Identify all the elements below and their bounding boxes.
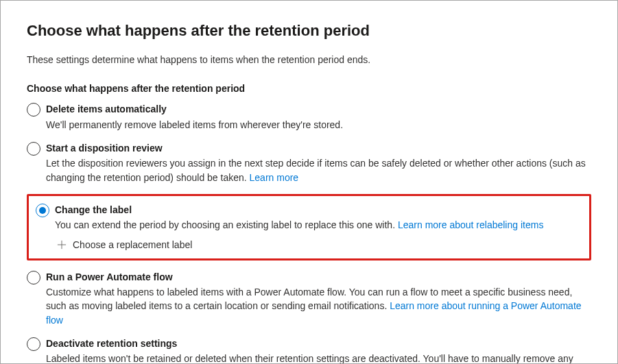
- option-change-desc-text: You can extend the period by choosing an…: [55, 219, 398, 230]
- option-delete-title: Delete items automatically: [46, 102, 591, 116]
- radio-start-disposition-review[interactable]: [27, 142, 40, 156]
- choose-replacement-label-button[interactable]: Choose a replacement label: [56, 238, 582, 252]
- plus-icon: [56, 239, 67, 250]
- radio-run-power-automate-flow[interactable]: [27, 271, 40, 284]
- option-change-desc: You can extend the period by choosing an…: [55, 218, 582, 232]
- choose-replacement-label-text: Choose a replacement label: [73, 238, 192, 252]
- learn-more-relabeling-link[interactable]: Learn more about relabeling items: [398, 219, 543, 230]
- option-disposition-title: Start a disposition review: [46, 141, 591, 155]
- section-label: Choose what happens after the retention …: [27, 82, 591, 95]
- option-deactivate-desc: Labeled items won't be retained or delet…: [46, 352, 591, 364]
- option-flow-desc: Customize what happens to labeled items …: [46, 285, 591, 327]
- radio-deactivate-retention-settings[interactable]: [27, 337, 40, 351]
- radio-change-the-label[interactable]: [36, 204, 49, 217]
- learn-more-disposition-link[interactable]: Learn more: [250, 172, 299, 183]
- page-lead: These settings determine what happens to…: [27, 53, 591, 66]
- option-delete-desc: We'll permanently remove labeled items f…: [46, 118, 591, 132]
- option-disposition-desc: Let the disposition reviewers you assign…: [46, 156, 591, 184]
- option-deactivate-title: Deactivate retention settings: [46, 337, 591, 350]
- option-disposition-desc-text: Let the disposition reviewers you assign…: [46, 158, 586, 182]
- radio-delete-automatically[interactable]: [27, 103, 40, 117]
- option-flow-title: Run a Power Automate flow: [46, 270, 591, 284]
- page-title: Choose what happens after the retention …: [27, 20, 591, 42]
- option-change-label-highlight: Change the label You can extend the peri…: [27, 194, 591, 260]
- option-change-title: Change the label: [55, 203, 582, 217]
